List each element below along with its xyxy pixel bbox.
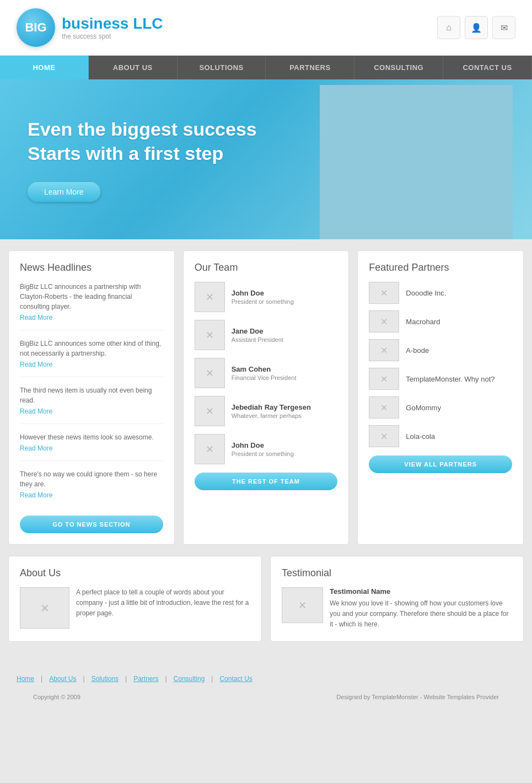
news-item-5: There's no way we could ignore them - so…	[20, 469, 163, 507]
nav-item-consulting[interactable]: CONSULTING	[354, 56, 443, 79]
footer-sep-1: |	[41, 675, 42, 683]
news-item-2: BigBiz LLC announces some other kind of …	[20, 339, 163, 377]
team-title-4: Whatever, farmer perhaps	[232, 412, 302, 419]
footer-link-about[interactable]: About Us	[49, 675, 76, 683]
team-title-3: Financial Vice President	[232, 374, 297, 381]
logo-tagline: the success spot	[62, 33, 163, 40]
all-partners-button[interactable]: VIEW ALL PARTNERS	[369, 455, 512, 473]
home-icon-btn[interactable]: ⌂	[437, 16, 460, 39]
testimonial-body: We know you love it - showing off how yo…	[330, 598, 512, 630]
footer-copyright: Copyright © 2009	[33, 694, 80, 700]
team-info-5: John Doe President or something	[232, 441, 294, 458]
mail-icon-btn[interactable]: ✉	[492, 16, 515, 39]
footer-sep-3: |	[125, 675, 127, 683]
nav: HOME ABOUT US SOLUTIONS PARTNERS CONSULT…	[0, 56, 532, 79]
team-name-3: Sam Cohen	[232, 365, 297, 373]
nav-item-contact[interactable]: CONTACT US	[443, 56, 532, 79]
logo-text: business LLC the success spot	[62, 15, 163, 40]
read-more-1[interactable]: Read More	[20, 314, 163, 321]
testimonial-photo	[282, 587, 323, 623]
footer-sep-5: |	[211, 675, 213, 683]
news-title: News Headlines	[20, 262, 163, 273]
partner-name-4: TemplateMonster. Why not?	[406, 375, 495, 383]
footer-link-solutions[interactable]: Solutions	[92, 675, 119, 683]
team-rest-button[interactable]: THE REST OF TEAM	[195, 473, 338, 490]
partner-logo-3	[369, 339, 399, 361]
partner-logo-1	[369, 282, 399, 304]
hero-headline: Even the biggest success Starts with a f…	[28, 117, 257, 165]
bottom-sections: About Us A perfect place to tell a coupl…	[8, 556, 524, 642]
team-info-2: Jane Doe Assistant President	[232, 327, 283, 344]
partner-name-5: GoMommy	[406, 404, 441, 412]
partner-name-3: A-bode	[406, 346, 429, 355]
footer-sep-4: |	[165, 675, 166, 683]
footer-links: Home | About Us | Solutions | Partners |…	[17, 675, 515, 683]
news-item-3: The third news item is usually not even …	[20, 385, 163, 424]
partner-4: TemplateMonster. Why not?	[369, 368, 512, 390]
read-more-2[interactable]: Read More	[20, 361, 163, 368]
team-photo-5	[195, 434, 225, 464]
footer-link-consulting[interactable]: Consulting	[174, 675, 205, 683]
users-icon-btn[interactable]: 👤	[465, 16, 488, 39]
nav-item-home[interactable]: HOME	[0, 56, 89, 79]
columns-section: News Headlines BigBiz LLC announces a pa…	[8, 250, 524, 545]
testimonial-name: Testimonial Name	[330, 587, 512, 596]
footer-bottom: Copyright © 2009 Designed by TemplateMon…	[17, 688, 515, 711]
logo-circle: BIG	[17, 8, 55, 47]
news-item-1: BigBiz LLC announces a partnership with …	[20, 282, 163, 330]
team-name-2: Jane Doe	[232, 327, 283, 335]
partner-5: GoMommy	[369, 396, 512, 419]
read-more-3[interactable]: Read More	[20, 407, 163, 415]
nav-item-about[interactable]: ABOUT US	[89, 56, 178, 79]
about-card: About Us A perfect place to tell a coupl…	[8, 556, 262, 642]
news-text-4: However these news items look so awesome…	[20, 432, 163, 442]
header-icons: ⌂ 👤 ✉	[437, 16, 515, 39]
news-section-button[interactable]: GO TO NEWS SECTION	[20, 516, 163, 533]
read-more-4[interactable]: Read More	[20, 444, 163, 452]
partner-6: Lola-cola	[369, 425, 512, 447]
learn-more-button[interactable]: Learn More	[28, 182, 100, 202]
nav-item-solutions[interactable]: SOLUTIONS	[178, 56, 266, 79]
partner-name-2: Macrohard	[406, 318, 440, 326]
team-member-1: John Doe President or something	[195, 282, 338, 312]
news-text-3: The third news item is usually not even …	[20, 385, 163, 405]
hero-person-image	[320, 85, 513, 239]
testimonial-title: Testimonial	[282, 567, 512, 579]
main-content: News Headlines BigBiz LLC announces a pa…	[0, 239, 532, 664]
partner-name-6: Lola-cola	[406, 432, 435, 441]
footer-link-contact[interactable]: Contact Us	[219, 675, 252, 683]
team-title-5: President or something	[232, 451, 294, 457]
team-info-4: Jebediah Ray Tergesen Whatever, farmer p…	[232, 403, 311, 420]
partner-logo-2	[369, 310, 399, 332]
footer-credit: Designed by TemplateMonster - Website Te…	[336, 694, 499, 700]
logo-area: BIG business LLC the success spot	[17, 8, 163, 47]
hero-section: Even the biggest success Starts with a f…	[0, 79, 532, 239]
team-member-4: Jebediah Ray Tergesen Whatever, farmer p…	[195, 396, 338, 426]
footer-nav: Home | About Us | Solutions | Partners |…	[0, 664, 532, 711]
partners-card: Featured Partners Dooodle Inc. Macrohard…	[357, 250, 524, 545]
team-name-1: John Doe	[232, 289, 294, 297]
header: BIG business LLC the success spot ⌂ 👤 ✉	[0, 0, 532, 56]
team-photo-1	[195, 282, 225, 312]
partners-title: Featured Partners	[369, 262, 512, 273]
about-photo	[20, 587, 69, 629]
footer-link-partners[interactable]: Partners	[133, 675, 158, 683]
logo-big-text: BIG	[25, 20, 46, 35]
footer-link-home[interactable]: Home	[17, 675, 34, 683]
nav-item-partners[interactable]: PARTNERS	[266, 56, 354, 79]
team-photo-2	[195, 320, 225, 350]
about-title: About Us	[20, 567, 250, 579]
team-photo-4	[195, 396, 225, 426]
partner-name-1: Dooodle Inc.	[406, 289, 446, 297]
testimonial-text-block: Testimonial Name We know you love it - s…	[330, 587, 512, 630]
about-text: A perfect place to tell a couple of word…	[76, 587, 250, 629]
read-more-5[interactable]: Read More	[20, 491, 163, 499]
hero-image	[300, 79, 532, 239]
logo-company-name: business LLC	[62, 15, 163, 32]
testimonial-content: Testimonial Name We know you love it - s…	[282, 587, 512, 630]
team-member-3: Sam Cohen Financial Vice President	[195, 358, 338, 388]
hero-line1: Even the biggest success	[28, 119, 257, 140]
team-title-2: Assistant President	[232, 336, 283, 343]
about-content: A perfect place to tell a couple of word…	[20, 587, 250, 629]
team-photo-3	[195, 358, 225, 388]
